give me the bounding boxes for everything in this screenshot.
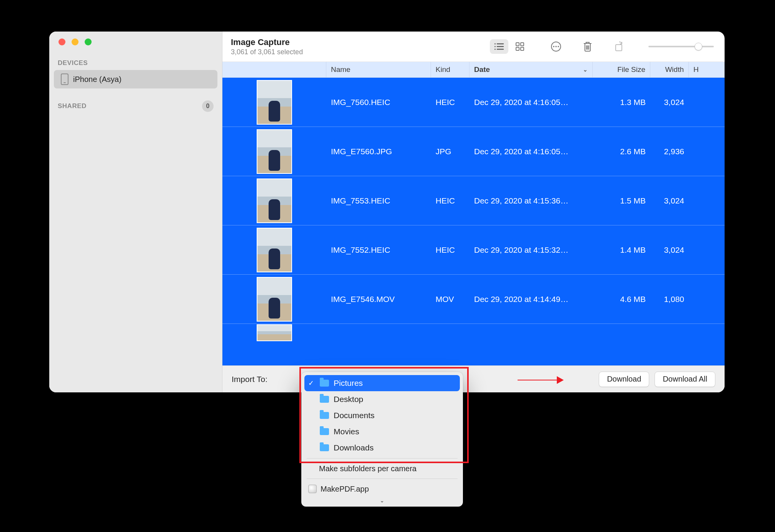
menu-item-movies[interactable]: ✓ Movies: [301, 424, 463, 440]
list-view-button[interactable]: [490, 39, 508, 54]
shared-count-badge: 0: [202, 100, 214, 112]
trash-icon: [583, 41, 593, 52]
window-controls: [49, 38, 222, 45]
phone-icon: [61, 73, 68, 85]
selection-subtitle: 3,061 of 3,061 selected: [231, 48, 303, 56]
menu-separator: [307, 479, 458, 479]
folder-icon: [320, 396, 329, 403]
download-button[interactable]: Download: [599, 372, 649, 387]
cell-kind: HEIC: [431, 245, 469, 255]
delete-button[interactable]: [578, 39, 597, 54]
table-row[interactable]: IMG_E7560.JPG JPG Dec 29, 2020 at 4:16:0…: [222, 127, 725, 176]
menu-item-documents[interactable]: ✓ Documents: [301, 407, 463, 424]
cell-size: 1.3 MB: [593, 98, 650, 107]
table-row[interactable]: IMG_E7546.MOV MOV Dec 29, 2020 at 4:14:4…: [222, 275, 725, 324]
folder-icon: [320, 380, 329, 387]
svg-rect-9: [521, 47, 524, 50]
import-to-dropdown[interactable]: ✓ Pictures ✓ Desktop ✓ Documents ✓ Movie…: [301, 372, 463, 507]
table-row[interactable]: [222, 324, 725, 342]
svg-point-5: [494, 49, 496, 50]
grid-icon: [515, 42, 524, 51]
cell-kind: HEIC: [431, 98, 469, 107]
column-date[interactable]: Date ⌄: [469, 62, 593, 77]
cell-width: 3,024: [650, 245, 689, 255]
menu-item-label: Movies: [334, 427, 359, 436]
folder-icon: [320, 444, 329, 451]
thumbnail: [257, 178, 292, 223]
cell-size: 1.4 MB: [593, 245, 650, 255]
cell-date: Dec 29, 2020 at 4:16:05…: [469, 98, 593, 107]
menu-more-indicator[interactable]: ⌄: [301, 497, 463, 504]
menu-item-downloads[interactable]: ✓ Downloads: [301, 440, 463, 456]
cell-date: Dec 29, 2020 at 4:15:32…: [469, 245, 593, 255]
fullscreen-window-button[interactable]: [85, 38, 92, 45]
menu-item-label: Make subfolders per camera: [319, 464, 416, 473]
cell-name: IMG_E7560.JPG: [326, 147, 431, 156]
svg-point-4: [494, 46, 496, 47]
view-mode-segment: [488, 38, 531, 55]
table-header: Name Kind Date ⌄ File Size Width H: [222, 62, 725, 78]
column-width[interactable]: Width: [650, 62, 689, 77]
minimize-window-button[interactable]: [72, 38, 79, 45]
cell-width: 3,024: [650, 196, 689, 205]
table-row[interactable]: IMG_7553.HEIC HEIC Dec 29, 2020 at 4:15:…: [222, 176, 725, 225]
thumbnail: [257, 324, 292, 341]
table-row[interactable]: IMG_7552.HEIC HEIC Dec 29, 2020 at 4:15:…: [222, 225, 725, 275]
menu-item-desktop[interactable]: ✓ Desktop: [301, 391, 463, 407]
cell-size: 1.5 MB: [593, 196, 650, 205]
menu-item-app[interactable]: MakePDF.app: [301, 481, 463, 497]
cell-date: Dec 29, 2020 at 4:14:49…: [469, 295, 593, 304]
import-to-label: Import To:: [232, 375, 267, 384]
cell-name: IMG_7560.HEIC: [326, 98, 431, 107]
rotate-icon: [614, 41, 625, 52]
grid-view-button[interactable]: [511, 39, 529, 54]
column-height[interactable]: H: [689, 62, 725, 77]
column-kind[interactable]: Kind: [431, 62, 469, 77]
toolbar: Image Capture 3,061 of 3,061 selected: [222, 32, 725, 62]
cell-name: IMG_E7546.MOV: [326, 295, 431, 304]
more-options-button[interactable]: [547, 39, 565, 54]
thumbnail-zoom-slider[interactable]: [648, 46, 714, 47]
thumbnail: [257, 277, 292, 322]
svg-point-3: [494, 43, 496, 45]
svg-rect-7: [521, 43, 524, 46]
svg-rect-17: [616, 45, 622, 51]
sidebar-device-name: iPhone (Asya): [73, 75, 122, 84]
chevron-down-icon: ⌄: [583, 67, 588, 73]
column-file-size[interactable]: File Size: [593, 62, 650, 77]
svg-point-11: [553, 46, 555, 47]
sidebar-device-row[interactable]: iPhone (Asya): [54, 70, 217, 88]
cell-kind: JPG: [431, 147, 469, 156]
download-all-button[interactable]: Download All: [655, 372, 715, 387]
menu-item-label: MakePDF.app: [321, 485, 369, 494]
main-panel: Image Capture 3,061 of 3,061 selected: [222, 32, 725, 392]
close-window-button[interactable]: [58, 38, 65, 45]
cell-size: 4.6 MB: [593, 295, 650, 304]
cell-width: 3,024: [650, 98, 689, 107]
menu-item-label: Pictures: [334, 379, 363, 388]
cell-size: 2.6 MB: [593, 147, 650, 156]
sidebar-shared-row[interactable]: SHARED 0: [49, 97, 222, 115]
thumbnail: [257, 228, 292, 272]
cell-width: 1,080: [650, 295, 689, 304]
checkmark-icon: ✓: [307, 379, 315, 387]
sidebar: DEVICES iPhone (Asya) SHARED 0: [49, 32, 222, 392]
thumbnail: [257, 129, 292, 174]
table-row[interactable]: IMG_7560.HEIC HEIC Dec 29, 2020 at 4:16:…: [222, 78, 725, 127]
cell-kind: HEIC: [431, 196, 469, 205]
menu-item-subfolders[interactable]: Make subfolders per camera: [301, 461, 463, 476]
rotate-button[interactable]: [610, 39, 628, 54]
cell-kind: MOV: [431, 295, 469, 304]
column-thumbnail[interactable]: [222, 62, 326, 77]
svg-rect-6: [516, 43, 519, 46]
column-name[interactable]: Name: [326, 62, 431, 77]
slider-knob[interactable]: [695, 43, 702, 50]
app-title: Image Capture: [231, 37, 303, 47]
app-window: DEVICES iPhone (Asya) SHARED 0 Image Cap…: [49, 32, 725, 392]
svg-point-12: [555, 46, 557, 47]
app-icon: [308, 485, 317, 493]
cell-name: IMG_7553.HEIC: [326, 196, 431, 205]
menu-item-pictures[interactable]: ✓ Pictures: [304, 375, 460, 391]
menu-item-label: Desktop: [334, 395, 363, 404]
table-body: IMG_7560.HEIC HEIC Dec 29, 2020 at 4:16:…: [222, 78, 725, 365]
